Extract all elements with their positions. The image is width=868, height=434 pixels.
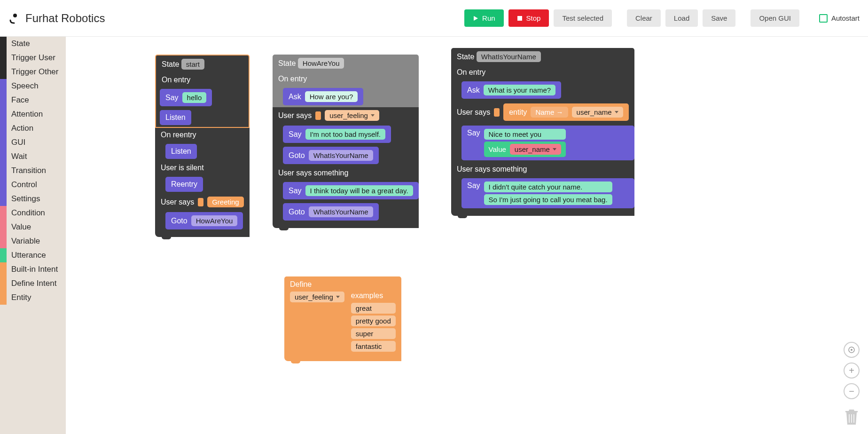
zoom-in-button[interactable]: +: [844, 363, 860, 379]
play-icon: [473, 16, 478, 21]
state-block-start[interactable]: State start On entry Sayhello Listen On …: [155, 55, 250, 237]
goto-target-pill[interactable]: WhatIsYourName: [309, 150, 373, 161]
open-gui-button[interactable]: Open GUI: [751, 9, 799, 27]
category-swatch: [0, 79, 7, 93]
on-entry-section: On entry: [273, 72, 419, 86]
sidebar-category[interactable]: Trigger User: [0, 51, 66, 65]
category-label: Action: [7, 124, 33, 133]
sidebar-category[interactable]: Action: [0, 121, 66, 135]
entity-var-dropdown[interactable]: user_name: [572, 107, 623, 118]
test-selected-button[interactable]: Test selected: [554, 9, 612, 27]
example-pill[interactable]: super: [351, 328, 396, 339]
sidebar-category[interactable]: Entity: [0, 291, 66, 305]
goto-target-pill[interactable]: HowAreYou: [191, 215, 238, 226]
say-block[interactable]: Sayhello: [160, 89, 212, 106]
intent-name-dropdown[interactable]: user_feeling: [290, 292, 344, 302]
intent-notch-icon: [198, 198, 203, 206]
say-text-pill[interactable]: I think today will be a great day.: [305, 185, 413, 196]
sidebar-category[interactable]: Control: [0, 178, 66, 192]
sidebar-category[interactable]: Utterance: [0, 248, 66, 262]
ask-block[interactable]: AskHow are you?: [283, 88, 363, 105]
entity-name-pill[interactable]: Name →: [531, 107, 568, 118]
sidebar-category[interactable]: Face: [0, 93, 66, 107]
example-pill[interactable]: great: [351, 303, 396, 314]
save-button[interactable]: Save: [703, 9, 735, 27]
say-text-pill[interactable]: I didn't quite catch your name.: [484, 181, 612, 192]
state-name-pill[interactable]: HowAreYou: [298, 58, 344, 69]
state-name-pill[interactable]: start: [181, 59, 204, 70]
say-text-pill[interactable]: So I'm just going to call you meat bag.: [484, 194, 612, 205]
category-label: Attention: [7, 110, 43, 119]
sidebar-category[interactable]: State: [0, 37, 66, 51]
trash-icon[interactable]: [845, 409, 859, 426]
goto-block[interactable]: GotoWhatIsYourName: [283, 203, 379, 221]
sidebar-category[interactable]: Settings: [0, 192, 66, 206]
category-swatch: [0, 248, 7, 262]
example-pill[interactable]: fantastic: [351, 341, 396, 352]
sidebar-category[interactable]: Transition: [0, 164, 66, 178]
say-block[interactable]: SayI'm not too bad myself.: [283, 126, 391, 143]
reentry-block[interactable]: Reentry: [165, 177, 203, 192]
on-reentry-section: On reentry: [155, 128, 250, 142]
ask-text-pill[interactable]: How are you?: [305, 91, 358, 102]
category-label: Trigger User: [7, 53, 55, 63]
category-label: Built-in Intent: [7, 265, 58, 274]
state-block-what-is-your-name[interactable]: State WhatIsYourName On entry AskWhat is…: [451, 48, 634, 216]
sidebar-category[interactable]: Value: [0, 220, 66, 234]
category-label: Define Intent: [7, 279, 56, 288]
state-header[interactable]: State start: [155, 55, 250, 73]
sidebar-category[interactable]: Variable: [0, 234, 66, 248]
zoom-out-button[interactable]: −: [844, 383, 860, 399]
category-label: Value: [7, 222, 31, 232]
goto-block[interactable]: GotoWhatIsYourName: [283, 147, 379, 164]
sidebar-category[interactable]: GUI: [0, 135, 66, 150]
intent-dropdown[interactable]: user_feeling: [325, 110, 379, 121]
run-button[interactable]: Run: [464, 9, 504, 27]
define-intent-block[interactable]: Define user_feeling examples greatpretty…: [284, 276, 401, 361]
chevron-down-icon: [553, 148, 556, 150]
user-says-something-section: User says something: [451, 162, 634, 176]
center-button[interactable]: [844, 342, 860, 358]
goto-target-pill[interactable]: WhatIsYourName: [309, 206, 373, 217]
category-swatch: [0, 65, 7, 79]
say-block[interactable]: Say Nice to meet you Value user_name: [461, 126, 634, 160]
block-canvas[interactable]: State start On entry Sayhello Listen On …: [66, 37, 868, 434]
say-block[interactable]: Say I didn't quite catch your name. So I…: [461, 178, 634, 208]
state-header[interactable]: State HowAreYou: [273, 55, 419, 72]
sidebar-category[interactable]: Trigger Other: [0, 65, 66, 79]
say-block[interactable]: SayI think today will be a great day.: [283, 182, 419, 199]
ask-block[interactable]: AskWhat is your name?: [461, 81, 561, 99]
category-label: Utterance: [7, 251, 46, 260]
state-block-how-are-you[interactable]: State HowAreYou On entry AskHow are you?…: [273, 55, 419, 228]
entity-block[interactable]: entity Name → user_name: [503, 103, 628, 121]
autostart-checkbox[interactable]: [819, 14, 828, 23]
value-block[interactable]: Value user_name: [484, 142, 566, 157]
sidebar-category[interactable]: Wait: [0, 150, 66, 164]
ask-text-pill[interactable]: What is your name?: [484, 85, 555, 95]
say-text-pill[interactable]: Nice to meet you: [484, 129, 566, 140]
sidebar-category[interactable]: Speech: [0, 79, 66, 93]
say-text-pill[interactable]: hello: [182, 92, 207, 103]
sidebar-category[interactable]: Attention: [0, 107, 66, 121]
listen-block[interactable]: Listen: [165, 144, 197, 159]
intent-pill[interactable]: Greeting: [207, 197, 244, 207]
load-button[interactable]: Load: [665, 9, 698, 27]
listen-block[interactable]: Listen: [160, 110, 191, 125]
autostart-toggle[interactable]: Autostart: [819, 14, 860, 23]
svg-point-0: [13, 14, 17, 17]
user-is-silent-section: User is silent: [155, 161, 250, 175]
example-pill[interactable]: pretty good: [351, 316, 396, 326]
sidebar-category[interactable]: Define Intent: [0, 276, 66, 291]
category-swatch: [0, 262, 7, 276]
sidebar-category[interactable]: Condition: [0, 206, 66, 220]
category-swatch: [0, 93, 7, 107]
category-swatch: [0, 206, 7, 220]
goto-block[interactable]: GotoHowAreYou: [165, 212, 243, 229]
sidebar-category[interactable]: Built-in Intent: [0, 262, 66, 276]
stop-button[interactable]: Stop: [508, 9, 549, 27]
value-var-dropdown[interactable]: user_name: [510, 144, 561, 155]
clear-button[interactable]: Clear: [627, 9, 661, 27]
state-header[interactable]: State WhatIsYourName: [451, 48, 634, 65]
say-text-pill[interactable]: I'm not too bad myself.: [305, 129, 385, 140]
state-name-pill[interactable]: WhatIsYourName: [477, 51, 541, 62]
